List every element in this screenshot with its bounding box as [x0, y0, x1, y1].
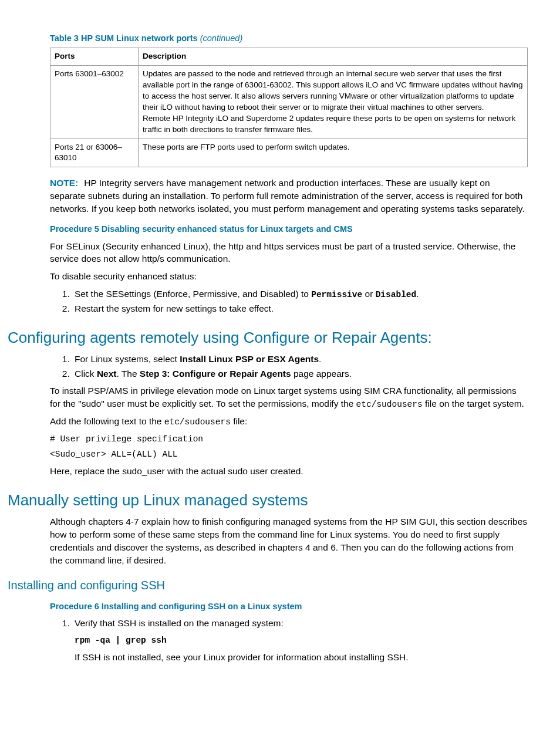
- table-caption: Table 3 HP SUM Linux network ports (cont…: [50, 32, 528, 44]
- section-manual-setup: Manually setting up Linux managed system…: [8, 490, 528, 511]
- list-item: Set the SESettings (Enforce, Permissive,…: [72, 288, 528, 301]
- ssh-after: If SSH is not installed, see your Linux …: [75, 651, 528, 664]
- procedure-6-title: Procedure 6 Installing and configuring S…: [50, 600, 528, 612]
- cfg-steps: For Linux systems, select Install Linux …: [50, 353, 528, 380]
- list-item: For Linux systems, select Install Linux …: [72, 353, 528, 366]
- ssh-steps: Verify that SSH is installed on the mana…: [50, 617, 528, 664]
- table-row: Ports 63001–63002 Updates are passed to …: [50, 66, 528, 139]
- note-text: HP Integrity servers have management net…: [50, 178, 525, 213]
- subsection-ssh: Installing and configuring SSH: [8, 577, 528, 593]
- cfg-p3: Here, replace the sudo_user with the act…: [50, 465, 528, 478]
- header-description: Description: [139, 48, 528, 66]
- header-ports: Ports: [50, 48, 139, 66]
- cell-desc: These ports are FTP ports used to perfor…: [139, 139, 528, 167]
- table-title: Table 3 HP SUM Linux network ports: [50, 33, 200, 43]
- ports-table: Ports Description Ports 63001–63002 Upda…: [50, 48, 528, 167]
- section-configuring-agents: Configuring agents remotely using Config…: [8, 327, 528, 348]
- cfg-p1: To install PSP/AMS in privilege elevatio…: [50, 384, 528, 410]
- code-line-2: <Sudo_user> ALL=(ALL) ALL: [50, 448, 528, 460]
- list-item: Restart the system for new settings to t…: [72, 302, 528, 315]
- table-continued: (continued): [200, 33, 243, 43]
- note-block: NOTE:HP Integrity servers have managemen…: [50, 177, 528, 215]
- table-row: Ports 21 or 63006–63010 These ports are …: [50, 139, 528, 167]
- proc5-lead: To disable security enhanced status:: [50, 270, 528, 283]
- list-item: Verify that SSH is installed on the mana…: [72, 617, 528, 664]
- code-line-1: # User privilege specification: [50, 433, 528, 445]
- cell-ports: Ports 63001–63002: [50, 66, 139, 139]
- cell-desc: Updates are passed to the node and retri…: [139, 66, 528, 139]
- note-label: NOTE:: [50, 178, 78, 188]
- procedure-5-title: Procedure 5 Disabling security enhanced …: [50, 223, 528, 235]
- list-item: Click Next. The Step 3: Configure or Rep…: [72, 367, 528, 380]
- cfg-p2: Add the following text to the etc/sudous…: [50, 415, 528, 428]
- proc5-steps: Set the SESettings (Enforce, Permissive,…: [50, 288, 528, 315]
- manual-p1: Although chapters 4-7 explain how to fin…: [50, 515, 528, 566]
- ssh-command: rpm -qa | grep ssh: [75, 634, 528, 646]
- cell-ports: Ports 21 or 63006–63010: [50, 139, 139, 167]
- proc5-intro: For SELinux (Security enhanced Linux), t…: [50, 240, 528, 265]
